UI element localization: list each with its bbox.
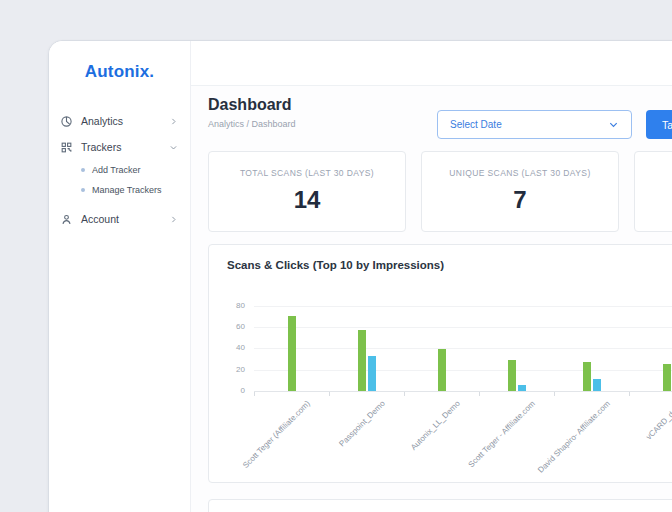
chart-ytick: 0 — [209, 386, 245, 395]
next-card-truncated — [208, 499, 672, 512]
chart-bar — [438, 349, 446, 391]
sidebar: Autonix. Analytics Trackers — [49, 41, 191, 512]
chart-xtick — [254, 392, 255, 396]
app-logo: Autonix. — [49, 62, 190, 82]
tag-groups-button[interactable]: Tag Groups — [646, 110, 672, 139]
sidebar-item-add-tracker[interactable]: Add Tracker — [49, 160, 190, 180]
app-window: Autonix. Analytics Trackers — [48, 40, 672, 512]
stat-card-truncated — [634, 151, 672, 232]
chart-xtick — [329, 392, 330, 396]
chart-bar — [508, 360, 516, 391]
chart-xlabel: Scott Teger (Affiliate.com) — [237, 399, 312, 474]
chart-ytick: 80 — [209, 301, 245, 310]
stats-row: TOTAL SCANS (LAST 30 DAYS) 14 UNIQUE SCA… — [208, 151, 672, 232]
chart-xtick — [479, 392, 480, 396]
chevron-right-icon — [169, 215, 178, 224]
chart-bar — [593, 379, 601, 391]
chart-gridline — [254, 370, 672, 371]
select-date-label: Select Date — [450, 119, 608, 130]
sidebar-item-label: Account — [81, 213, 169, 225]
scans-clicks-chart-card: Scans & Clicks (Top 10 by Impressions) 0… — [208, 244, 672, 483]
sidebar-item-trackers[interactable]: Trackers — [49, 134, 190, 160]
sidebar-nav: Analytics Trackers Add Tracker — [49, 108, 190, 232]
trackers-icon — [60, 141, 73, 154]
main-content: Dashboard Analytics / Dashboard Select D… — [191, 86, 672, 512]
chevron-right-icon — [169, 117, 178, 126]
stat-card-total-scans: TOTAL SCANS (LAST 30 DAYS) 14 — [208, 151, 406, 232]
chart-gridline — [254, 348, 672, 349]
sub-item-label: Add Tracker — [92, 165, 141, 175]
account-icon — [60, 213, 73, 226]
stat-value: 14 — [209, 186, 405, 214]
sidebar-item-manage-trackers[interactable]: Manage Trackers — [49, 180, 190, 200]
chart-xlabel: Passpoint_Demo — [259, 399, 387, 483]
sidebar-item-label: Analytics — [81, 115, 169, 127]
chevron-down-icon — [608, 119, 619, 130]
sidebar-item-account[interactable]: Account — [49, 206, 190, 232]
chart-bar — [288, 316, 296, 391]
chart-bar — [368, 356, 376, 391]
stat-label: UNIQUE SCANS (LAST 30 DAYS) — [422, 168, 618, 178]
chart-xtick — [629, 392, 630, 396]
chart-ytick: 20 — [209, 365, 245, 374]
chart-xtick — [404, 392, 405, 396]
sidebar-item-label: Trackers — [81, 141, 169, 153]
chart-bar — [663, 364, 671, 391]
chart-xtick — [554, 392, 555, 396]
chart-bar — [583, 362, 591, 391]
topbar — [191, 41, 672, 86]
bar-chart: 020406080Scott Teger (Affiliate.com)Pass… — [209, 245, 672, 482]
bullet-dot-icon — [81, 168, 85, 172]
stat-label: TOTAL SCANS (LAST 30 DAYS) — [209, 168, 405, 178]
chevron-down-icon — [169, 143, 178, 152]
chart-gridline — [254, 306, 672, 307]
chart-ytick: 60 — [209, 322, 245, 331]
stat-card-unique-scans: UNIQUE SCANS (LAST 30 DAYS) 7 — [421, 151, 619, 232]
sub-item-label: Manage Trackers — [92, 185, 162, 195]
chart-bar — [358, 330, 366, 391]
sidebar-item-analytics[interactable]: Analytics — [49, 108, 190, 134]
select-date-dropdown[interactable]: Select Date — [437, 110, 632, 139]
stat-value: 7 — [422, 186, 618, 214]
chart-baseline — [254, 391, 672, 392]
bullet-dot-icon — [81, 188, 85, 192]
chart-gridline — [254, 327, 672, 328]
chart-ytick: 40 — [209, 343, 245, 352]
chart-bar — [518, 385, 526, 391]
page-header: Dashboard Analytics / Dashboard Select D… — [208, 96, 672, 136]
analytics-icon — [60, 115, 73, 128]
